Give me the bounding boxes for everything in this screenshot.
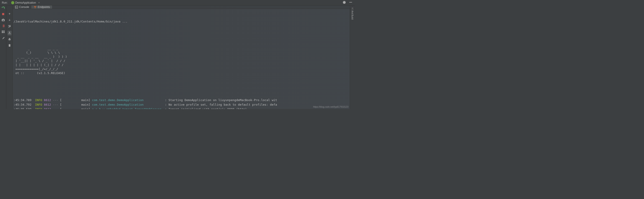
pin-icon[interactable] [1, 36, 5, 39]
close-icon[interactable]: × [38, 1, 40, 4]
svg-rect-4 [2, 19, 4, 19]
up-icon[interactable] [8, 12, 11, 16]
tab-endpoints-label: Endpoints [38, 5, 50, 9]
watermark: https://blog.csdn.net/lyp617910123 [313, 106, 348, 108]
run-header: Run: DemoApplication × [0, 0, 355, 5]
console-tab-icon [15, 6, 18, 9]
svg-rect-7 [2, 32, 3, 33]
down-icon[interactable] [8, 18, 11, 22]
print-icon[interactable] [8, 38, 11, 41]
blank-line [14, 84, 355, 89]
main-area: Console Endpoints /JavaVirtualMachines/j… [0, 5, 355, 109]
svg-rect-9 [9, 14, 10, 15]
blank-line [14, 33, 355, 37]
soft-wrap-icon[interactable] [8, 24, 11, 28]
log-lines: :45:34.789 INFO 8612 --- [ main] com.tes… [14, 98, 355, 109]
exit-icon[interactable] [1, 24, 5, 28]
camera-icon[interactable] [1, 18, 5, 22]
content-area: Console Endpoints /JavaVirtualMachines/j… [13, 5, 355, 109]
rerun-icon[interactable] [1, 6, 5, 10]
svg-rect-0 [349, 2, 352, 2]
endpoints-tab-icon [34, 6, 36, 9]
trash-icon[interactable] [8, 44, 11, 48]
second-toolbar [6, 5, 13, 109]
svg-rect-16 [9, 45, 10, 47]
gear-icon[interactable] [342, 0, 346, 5]
run-config-tab[interactable]: DemoApplication × [9, 1, 42, 5]
svg-rect-14 [9, 38, 10, 39]
log-line: :45:34.792 INFO 8612 --- [ main] com.tes… [14, 102, 355, 107]
svg-point-3 [2, 19, 4, 21]
stop-icon[interactable] [1, 12, 5, 16]
svg-rect-12 [9, 31, 10, 32]
svg-rect-11 [8, 34, 11, 34]
svg-rect-15 [9, 40, 10, 41]
tab-console-label: Console [19, 5, 29, 9]
svg-rect-1 [2, 13, 4, 15]
layout-icon[interactable] [1, 30, 5, 34]
svg-rect-8 [3, 32, 4, 33]
svg-rect-6 [3, 31, 4, 31]
minimize-icon[interactable] [349, 0, 352, 5]
spring-boot-icon [11, 1, 14, 4]
tabs-row: Console Endpoints [13, 5, 355, 9]
scroll-to-end-icon[interactable] [8, 31, 12, 35]
ascii-art: _ __ _ _ (_) \ \ \ \ _ __ _ _ __ __ _ ) … [14, 47, 355, 75]
log-line: :45:35.539 INFO 8612 --- [ main] o.s.b.w… [14, 107, 355, 109]
log-line: :45:34.789 INFO 8612 --- [ main] com.tes… [14, 98, 355, 102]
tab-endpoints[interactable]: Endpoints [32, 5, 52, 9]
run-config-name: DemoApplication [15, 1, 36, 4]
command-line: /JavaVirtualMachines/jdk1.8.0_211.jdk/Co… [14, 19, 355, 24]
console-output[interactable]: /JavaVirtualMachines/jdk1.8.0_211.jdk/Co… [13, 9, 355, 109]
header-actions [342, 0, 355, 5]
tab-console[interactable]: Console [13, 5, 32, 9]
left-toolbar [0, 5, 6, 109]
svg-rect-5 [2, 31, 3, 31]
svg-rect-17 [8, 44, 10, 45]
svg-rect-18 [9, 44, 10, 44]
run-label: Run: [2, 1, 8, 4]
